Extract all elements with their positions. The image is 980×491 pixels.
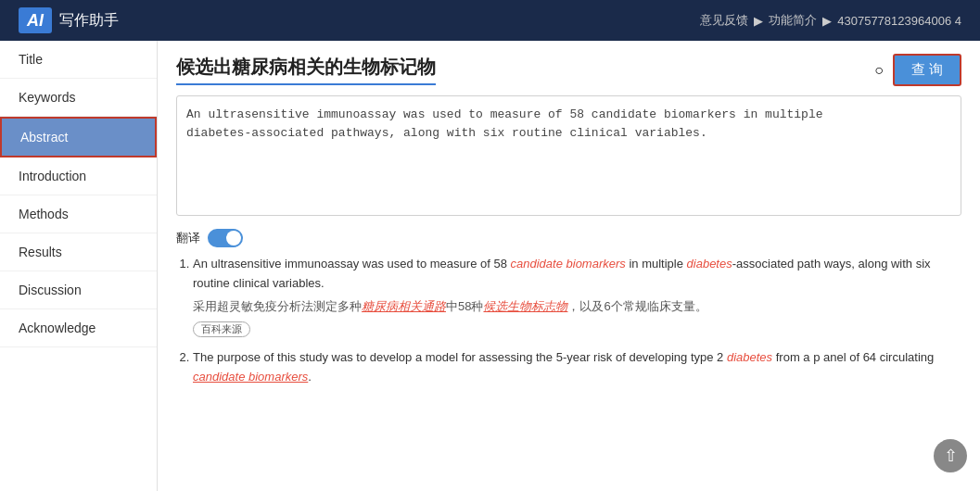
- source-tag[interactable]: 百科来源: [193, 321, 250, 337]
- radio-option[interactable]: ○: [874, 62, 884, 79]
- sidebar: Title Keywords Abstract Introduction Met…: [0, 41, 158, 491]
- header-nav: 意见反馈 ▶ 功能简介 ▶ 43075778123964006 4: [700, 12, 961, 29]
- result-item-1-text: An ultrasensitive immunoassay was used t…: [193, 255, 961, 294]
- result-1-mid: in multiple: [626, 257, 687, 271]
- result-2-highlight2: candidate biomarkers: [193, 370, 308, 384]
- header: AI 写作助手 意见反馈 ▶ 功能简介 ▶ 43075778123964006 …: [0, 0, 980, 41]
- query-button[interactable]: 查 询: [893, 54, 961, 86]
- scroll-up-button[interactable]: ⇧: [934, 439, 967, 472]
- sidebar-item-introduction[interactable]: Introduction: [0, 157, 157, 195]
- translate-row: 翻译: [176, 229, 961, 247]
- chinese-underline1: 糖尿病相关通路: [362, 299, 446, 313]
- result-item-2-text: The purpose of this study was to develop…: [193, 348, 961, 387]
- result-1-highlight2: diabetes: [687, 257, 732, 271]
- feedback-link[interactable]: 意见反馈: [700, 12, 748, 29]
- sidebar-item-discussion[interactable]: Discussion: [0, 271, 157, 309]
- logo-icon: AI: [19, 7, 52, 33]
- logo-text: 写作助手: [59, 11, 119, 31]
- result-item-1: An ultrasensitive immunoassay was used t…: [193, 255, 961, 337]
- chinese-underline2: 候选生物标志物: [483, 299, 567, 313]
- result-2-mid: from a p anel of 64 circulating: [772, 350, 934, 364]
- sidebar-item-acknowledge[interactable]: Acknowledge: [0, 309, 157, 347]
- translate-label: 翻译: [176, 230, 200, 246]
- nav-arrow1: ▶: [754, 14, 763, 28]
- chinese-mid: 中58种: [446, 299, 483, 313]
- abstract-textarea[interactable]: [176, 95, 961, 216]
- sidebar-item-results[interactable]: Results: [0, 233, 157, 271]
- user-id: 43075778123964006 4: [837, 14, 961, 28]
- result-2-after: .: [308, 370, 312, 384]
- nav-arrow2: ▶: [822, 14, 832, 28]
- translate-toggle[interactable]: [208, 229, 243, 247]
- result-1-highlight1: candidate biomarkers: [511, 257, 626, 271]
- sidebar-item-keywords[interactable]: Keywords: [0, 79, 157, 117]
- result-1-before: An ultrasensitive immunoassay was used t…: [193, 257, 511, 271]
- result-2-before: The purpose of this study was to develop…: [193, 350, 727, 364]
- sidebar-item-title[interactable]: Title: [0, 41, 157, 79]
- intro-link[interactable]: 功能简介: [769, 12, 817, 29]
- chinese-before: 采用超灵敏免疫分析法测定多种: [193, 299, 362, 313]
- page-title: 候选出糖尿病相关的生物标记物: [176, 55, 436, 85]
- content-area: 候选出糖尿病相关的生物标记物 ○ 查 询 翻译 An ultrasensitiv…: [158, 41, 980, 491]
- result-item-2: The purpose of this study was to develop…: [193, 348, 961, 387]
- result-list: An ultrasensitive immunoassay was used t…: [176, 255, 961, 387]
- sidebar-item-abstract[interactable]: Abstract: [0, 117, 157, 157]
- sidebar-item-methods[interactable]: Methods: [0, 195, 157, 233]
- chinese-end: ，以及6个常规临床支量。: [567, 299, 706, 313]
- result-2-highlight1: diabetes: [727, 350, 772, 364]
- result-1-chinese: 采用超灵敏免疫分析法测定多种糖尿病相关通路中58种候选生物标志物，以及6个常规临…: [193, 297, 961, 317]
- logo: AI 写作助手: [19, 7, 119, 33]
- main-layout: Title Keywords Abstract Introduction Met…: [0, 41, 980, 491]
- title-row: 候选出糖尿病相关的生物标记物 ○ 查 询: [176, 54, 961, 86]
